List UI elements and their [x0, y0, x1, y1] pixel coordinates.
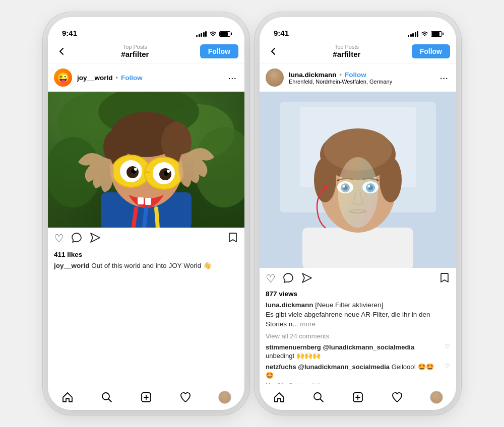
likes-count-left: 411 likes	[48, 249, 244, 260]
nav-add-right[interactable]	[347, 386, 369, 408]
caption-username-right: luna.dickmann	[266, 301, 313, 309]
more-button-right[interactable]: ···	[437, 70, 450, 86]
more-button-left[interactable]: ···	[226, 70, 238, 86]
caption-text-left: Out of this world and into JOY World 👋	[91, 262, 212, 269]
bottom-nav-right	[260, 384, 456, 410]
nav-add-left[interactable]	[135, 386, 157, 408]
nav-profile-right[interactable]	[425, 386, 448, 408]
back-button-left[interactable]	[54, 43, 70, 59]
nav-heart-right[interactable]	[386, 386, 408, 408]
nav-top-text-right: Top Posts	[335, 44, 359, 50]
comment-like-2[interactable]: ♡	[445, 363, 450, 370]
bookmark-icon-left[interactable]	[227, 232, 238, 246]
phone-right: 9:41	[260, 17, 456, 410]
svg-line-26	[109, 399, 112, 402]
nav-home-left[interactable]	[56, 386, 79, 408]
phone-screen-right: 9:41	[260, 17, 456, 410]
nav-center-left: Top Posts #arfilter	[70, 44, 200, 58]
comment-icon-right[interactable]	[283, 272, 294, 286]
like-icon-right[interactable]: ♡	[266, 273, 276, 284]
bottom-nav-left	[48, 384, 244, 410]
comment-row-1-right: stimmenuernberg @lunadickmann_socialmedi…	[260, 342, 456, 362]
wifi-icon-right	[421, 30, 428, 37]
svg-point-50	[323, 185, 327, 189]
scroll-content-left[interactable]: 😜 joy__world • Follow ···	[48, 63, 244, 384]
svg-line-52	[321, 399, 324, 402]
nav-profile-left[interactable]	[214, 386, 236, 408]
svg-point-22	[167, 170, 170, 173]
post-username-right: luna.dickmann	[289, 71, 337, 79]
post-follow-link-right[interactable]: Follow	[345, 71, 366, 79]
avatar-right	[266, 68, 284, 87]
post-image-svg-right	[260, 92, 456, 268]
post-header-left: 😜 joy__world • Follow ···	[48, 63, 244, 92]
view-comments-right[interactable]: View all 24 comments	[260, 332, 456, 342]
nav-hashtag-right: #arfilter	[333, 50, 360, 58]
phone-notch-left	[111, 17, 181, 31]
views-count-right: 877 views	[260, 289, 456, 300]
back-button-right[interactable]	[266, 43, 282, 59]
comment-text-1-right: stimmenuernberg @lunadickmann_socialmedi…	[266, 343, 440, 361]
post-actions-left: ♡	[48, 228, 244, 249]
nav-heart-left[interactable]	[174, 386, 197, 408]
phone-left: 9:41	[48, 17, 244, 410]
dot-sep-right: •	[340, 71, 342, 79]
top-nav-right: Top Posts #arfilter Follow	[260, 39, 456, 63]
nav-search-right[interactable]	[307, 386, 330, 408]
svg-point-49	[338, 157, 378, 228]
comment-like-1[interactable]: ♡	[445, 343, 450, 350]
comment-icon-left[interactable]	[71, 232, 82, 245]
comment-username-1: stimmenuernberg	[266, 343, 321, 351]
comment-text-2-right: netzfuchs @lunadickmann_socialmedia Geil…	[266, 363, 440, 380]
comment-body-1: unbedingt 🙌🙌🙌	[266, 352, 321, 360]
svg-rect-23	[138, 197, 144, 204]
status-icons-left	[196, 30, 230, 37]
post-image-left	[48, 92, 244, 228]
nav-home-right[interactable]	[268, 386, 290, 408]
like-icon-left[interactable]: ♡	[54, 233, 64, 244]
status-time-right: 9:41	[274, 29, 289, 37]
follow-button-nav-right[interactable]: Follow	[412, 44, 450, 58]
scroll-content-right[interactable]: luna.dickmann • Follow Ehrenfeld, Nordrh…	[260, 63, 456, 384]
wifi-icon-left	[209, 30, 217, 37]
battery-icon-left	[219, 31, 230, 37]
follow-button-nav-left[interactable]: Follow	[200, 44, 238, 58]
caption-username-left: joy__world	[54, 262, 90, 269]
svg-point-21	[134, 168, 137, 171]
action-icons-left: ♡	[54, 232, 238, 246]
post-image-right	[260, 92, 456, 268]
phones-container: 9:41	[48, 17, 456, 410]
post-user-info-right: luna.dickmann • Follow Ehrenfeld, Nordrh…	[289, 71, 432, 85]
status-icons-right	[408, 30, 442, 37]
top-nav-left: Top Posts #arfilter Follow	[48, 39, 244, 63]
action-icons-right: ♡	[266, 272, 450, 286]
battery-icon-right	[431, 31, 442, 37]
post-header-right: luna.dickmann • Follow Ehrenfeld, Nordrh…	[260, 63, 456, 92]
signal-icon-right	[408, 31, 418, 37]
comment-mention-1: @lunadickmann_socialmedia	[323, 343, 414, 351]
post-follow-link-left[interactable]: Follow	[121, 74, 143, 82]
caption-sub-right: Es gibt viele abgefahrene neue AR-Filter…	[266, 311, 430, 328]
dot-sep-left: •	[116, 74, 118, 82]
svg-rect-34	[302, 228, 413, 268]
post-caption-left: joy__world Out of this world and into JO…	[48, 260, 244, 274]
svg-rect-24	[145, 198, 151, 205]
caption-more-right[interactable]: more	[300, 320, 316, 328]
nav-search-left[interactable]	[96, 386, 118, 408]
status-time-left: 9:41	[62, 29, 77, 37]
comment-mention-2: @lunadickmann_socialmedia	[298, 363, 390, 371]
phone-screen-left: 9:41	[48, 17, 244, 410]
comment-row-2-right: netzfuchs @lunadickmann_socialmedia Geil…	[260, 362, 456, 381]
share-icon-left[interactable]	[89, 232, 100, 245]
avatar-left: 😜	[54, 68, 72, 87]
share-icon-right[interactable]	[301, 272, 312, 286]
post-user-info-left: joy__world • Follow	[77, 74, 221, 82]
post-image-svg-left	[48, 92, 244, 228]
post-username-left: joy__world	[77, 74, 113, 82]
post-actions-right: ♡	[260, 268, 456, 289]
post-caption-right: luna.dickmann [Neue Filter aktivieren] E…	[260, 300, 456, 332]
nav-center-right: Top Posts #arfilter	[282, 44, 412, 58]
post-username-row-right: luna.dickmann • Follow	[289, 71, 432, 79]
post-username-row-left: joy__world • Follow	[77, 74, 221, 82]
bookmark-icon-right[interactable]	[439, 272, 450, 286]
